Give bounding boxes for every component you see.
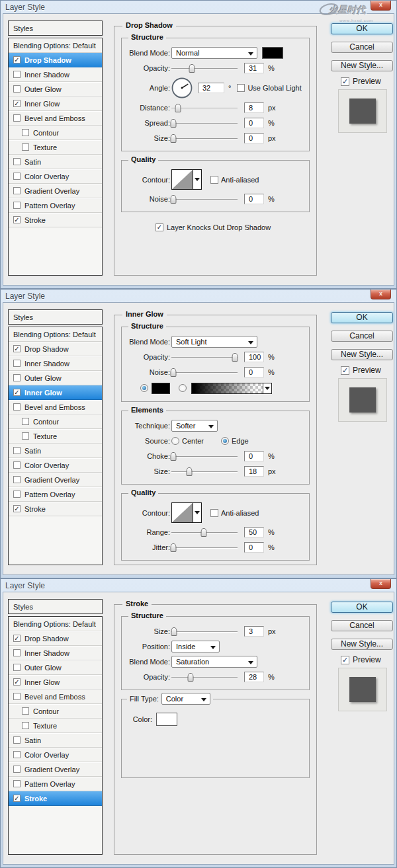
contour-picker-arrow[interactable] (193, 502, 202, 523)
jitter-value[interactable]: 0 (244, 542, 264, 553)
sidebar-item-gradient-overlay[interactable]: Gradient Overlay (9, 473, 102, 487)
slider-thumb[interactable] (175, 104, 181, 112)
angle-value[interactable]: 32 (198, 83, 224, 93)
slider-thumb[interactable] (171, 195, 177, 204)
slider-thumb[interactable] (201, 528, 207, 537)
size-value[interactable]: 0 (244, 133, 264, 143)
sidebar-item-gradient-overlay[interactable]: Gradient Overlay (9, 184, 102, 198)
sidebar-item-gradient-overlay[interactable]: Gradient Overlay (9, 762, 102, 777)
checkbox-outer-glow[interactable] (13, 664, 21, 671)
opacity-slider[interactable] (171, 672, 238, 682)
checkbox-satin[interactable] (13, 447, 21, 454)
anti-aliased-checkbox[interactable] (210, 176, 218, 184)
slider-thumb[interactable] (171, 368, 177, 377)
opacity-value[interactable]: 31 (244, 63, 264, 73)
checkbox-drop-shadow[interactable]: ✓ (13, 345, 21, 352)
stroke-color-swatch[interactable] (156, 713, 177, 726)
checkbox-stroke[interactable]: ✓ (13, 216, 21, 223)
checkbox-outer-glow[interactable] (13, 85, 21, 93)
blend-mode-select[interactable]: Normal (171, 47, 257, 59)
radio-gradient[interactable] (179, 384, 187, 392)
checkbox-contour[interactable] (22, 707, 29, 715)
new-style-button[interactable]: New Style... (331, 639, 393, 650)
angle-dial[interactable] (171, 77, 193, 99)
checkbox-drop-shadow[interactable]: ✓ (13, 56, 21, 63)
sidebar-item-bevel-and-emboss[interactable]: Bevel and Emboss (9, 111, 102, 126)
sidebar-item-drop-shadow[interactable]: ✓Drop Shadow (9, 53, 102, 67)
sidebar-item-pattern-overlay[interactable]: Pattern Overlay (9, 777, 102, 791)
checkbox-outer-glow[interactable] (13, 374, 21, 381)
slider-thumb[interactable] (171, 134, 177, 143)
radio-center[interactable] (171, 437, 179, 445)
sidebar-item-bevel-and-emboss[interactable]: Bevel and Emboss (9, 690, 102, 704)
gradient-picker-arrow[interactable] (263, 383, 272, 394)
slider-thumb[interactable] (187, 467, 193, 476)
technique-select[interactable]: Softer (171, 420, 218, 432)
sidebar-item-outer-glow[interactable]: Outer Glow (9, 660, 102, 675)
blend-mode-select[interactable]: Soft Light (171, 336, 257, 348)
checkbox-inner-glow[interactable]: ✓ (13, 678, 21, 686)
size-slider[interactable] (171, 627, 238, 636)
checkbox-satin[interactable] (13, 736, 21, 744)
ok-button[interactable]: OK (331, 602, 393, 613)
sidebar-item-pattern-overlay[interactable]: Pattern Overlay (9, 198, 102, 213)
ok-button[interactable]: OK (331, 23, 393, 34)
checkbox-texture[interactable] (22, 432, 29, 440)
sidebar-item-color-overlay[interactable]: Color Overlay (9, 169, 102, 184)
slider-thumb[interactable] (171, 119, 177, 128)
checkbox-inner-shadow[interactable] (13, 360, 21, 367)
position-select[interactable]: Inside (171, 641, 220, 652)
sidebar-item-texture[interactable]: Texture (9, 719, 102, 733)
distance-value[interactable]: 8 (244, 102, 264, 113)
checkbox-texture[interactable] (22, 143, 29, 151)
color-swatch[interactable] (262, 47, 283, 59)
preview-checkbox[interactable]: ✓ (341, 77, 349, 86)
sidebar-item-outer-glow[interactable]: Outer Glow (9, 82, 102, 97)
spread-slider[interactable] (171, 118, 238, 128)
checkbox-inner-glow[interactable]: ✓ (13, 100, 21, 107)
checkbox-pattern-overlay[interactable] (13, 202, 21, 209)
sidebar-item-inner-shadow[interactable]: Inner Shadow (9, 356, 102, 371)
sidebar-item-inner-glow[interactable]: ✓Inner Glow (9, 97, 102, 111)
sidebar-item-outer-glow[interactable]: Outer Glow (9, 371, 102, 385)
opacity-value[interactable]: 28 (244, 672, 264, 682)
gradient-picker[interactable] (191, 383, 263, 394)
jitter-slider[interactable] (171, 543, 238, 552)
cancel-button[interactable]: Cancel (331, 620, 393, 631)
layer-knocks-out-checkbox[interactable]: ✓ (155, 223, 163, 231)
ok-button[interactable]: OK (331, 312, 393, 323)
cancel-button[interactable]: Cancel (331, 42, 393, 53)
slider-thumb[interactable] (171, 452, 177, 461)
slider-thumb[interactable] (171, 543, 177, 552)
sidebar-item-blending-options-default[interactable]: Blending Options: Default (9, 327, 102, 342)
opacity-value[interactable]: 100 (244, 352, 264, 362)
checkbox-bevel-and-emboss[interactable] (13, 114, 21, 122)
contour-picker[interactable] (171, 502, 193, 523)
close-button[interactable]: x (371, 579, 391, 589)
fill-type-select[interactable]: Color (161, 693, 210, 705)
checkbox-contour[interactable] (22, 129, 29, 136)
spread-value[interactable]: 0 (244, 118, 264, 128)
sidebar-item-blending-options-default[interactable]: Blending Options: Default (9, 38, 102, 53)
size-slider[interactable] (171, 467, 238, 476)
styles-header[interactable]: Styles (8, 309, 103, 325)
sidebar-item-blending-options-default[interactable]: Blending Options: Default (9, 617, 102, 631)
distance-slider[interactable] (171, 103, 238, 112)
checkbox-inner-shadow[interactable] (13, 649, 21, 656)
sidebar-item-contour[interactable]: Contour (9, 126, 102, 140)
sidebar-item-inner-shadow[interactable]: Inner Shadow (9, 67, 102, 82)
checkbox-pattern-overlay[interactable] (13, 491, 21, 498)
opacity-slider[interactable] (171, 63, 238, 73)
checkbox-gradient-overlay[interactable] (13, 476, 21, 483)
size-value[interactable]: 3 (244, 626, 264, 637)
sidebar-item-inner-glow[interactable]: ✓Inner Glow (9, 675, 102, 690)
checkbox-texture[interactable] (22, 722, 29, 729)
anti-aliased-checkbox[interactable] (210, 509, 218, 517)
noise-value[interactable]: 0 (244, 194, 264, 204)
choke-slider[interactable] (171, 452, 238, 461)
styles-header[interactable]: Styles (8, 20, 103, 36)
sidebar-item-contour[interactable]: Contour (9, 704, 102, 719)
slider-thumb[interactable] (188, 673, 194, 682)
sidebar-item-pattern-overlay[interactable]: Pattern Overlay (9, 487, 102, 502)
sidebar-item-drop-shadow[interactable]: ✓Drop Shadow (9, 342, 102, 356)
